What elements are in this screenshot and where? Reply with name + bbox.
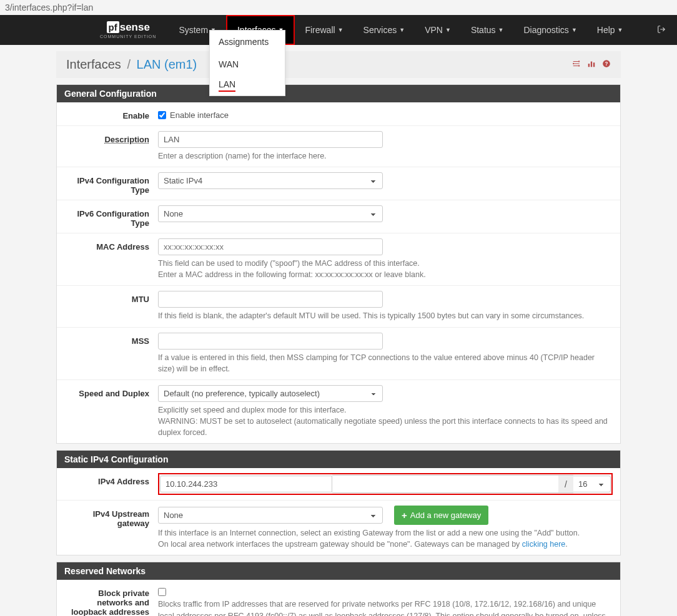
mac-label: MAC Address bbox=[64, 238, 158, 280]
mac-help: This field can be used to modify ("spoof… bbox=[158, 258, 613, 280]
url-bar: 3/interfaces.php?if=lan bbox=[0, 0, 677, 15]
nav-label: Services bbox=[363, 25, 397, 35]
ipv4type-label: IPv4 Configuration Type bbox=[64, 172, 158, 195]
gateway-select[interactable]: None bbox=[158, 507, 383, 524]
breadcrumb-bar: Interfaces / LAN (em1) ? bbox=[56, 51, 621, 78]
add-gateway-label: Add a new gateway bbox=[410, 511, 481, 520]
enable-checkbox-wrap[interactable]: Enable interface bbox=[158, 107, 613, 120]
breadcrumb-current: LAN (em1) bbox=[137, 57, 197, 71]
caret-icon: ▼ bbox=[338, 27, 343, 33]
ipv4type-select[interactable]: Static IPv4 bbox=[158, 172, 383, 189]
ipv4-address-input[interactable] bbox=[160, 476, 332, 492]
brand-pf: pf bbox=[107, 21, 119, 33]
brand-logo[interactable]: pf sense COMMUNITY EDITION bbox=[0, 21, 169, 39]
nav-status[interactable]: Status▼ bbox=[461, 15, 514, 45]
ipv4-highlight: / 16 bbox=[158, 473, 613, 495]
mss-help: If a value is entered in this field, the… bbox=[158, 352, 613, 374]
speed-help: Explicitly set speed and duplex mode for… bbox=[158, 404, 613, 438]
svg-point-0 bbox=[578, 61, 580, 62]
svg-rect-5 bbox=[593, 62, 595, 67]
ipv4-slash: / bbox=[558, 475, 573, 493]
gateway-help: If this interface is an Internet connect… bbox=[158, 527, 613, 550]
ipv6type-select[interactable]: None bbox=[158, 205, 383, 222]
add-gateway-button[interactable]: +Add a new gateway bbox=[394, 506, 488, 525]
settings-icon[interactable] bbox=[572, 59, 581, 70]
nav-services[interactable]: Services▼ bbox=[353, 15, 415, 45]
block-private-label: Block private networks and loopback addr… bbox=[64, 585, 158, 616]
nav-firewall[interactable]: Firewall▼ bbox=[295, 15, 353, 45]
mtu-input[interactable] bbox=[158, 291, 383, 308]
description-input[interactable] bbox=[158, 131, 383, 148]
nav-help[interactable]: Help▼ bbox=[587, 15, 633, 45]
caret-icon: ▼ bbox=[399, 27, 405, 33]
svg-rect-3 bbox=[588, 64, 590, 67]
enable-checkbox[interactable] bbox=[158, 111, 166, 119]
speed-select[interactable]: Default (no preference, typically autose… bbox=[158, 385, 383, 402]
nav-label: Firewall bbox=[305, 25, 335, 35]
block-private-checkbox[interactable] bbox=[158, 588, 166, 596]
ipv4-mask-select[interactable]: 16 bbox=[573, 476, 611, 492]
dropdown-assignments[interactable]: Assignments bbox=[210, 31, 285, 53]
breadcrumb-sep: / bbox=[127, 57, 131, 71]
panel-heading: General Configuration bbox=[57, 85, 620, 102]
breadcrumb: Interfaces / LAN (em1) bbox=[66, 57, 197, 72]
nav-label: Diagnostics bbox=[524, 25, 569, 35]
caret-icon: ▼ bbox=[571, 27, 577, 33]
nav-label: VPN bbox=[425, 25, 443, 35]
svg-point-1 bbox=[573, 63, 574, 64]
caret-icon: ▼ bbox=[445, 27, 451, 33]
interfaces-dropdown: Assignments WAN LAN bbox=[209, 30, 285, 96]
brand-sense: sense bbox=[120, 21, 150, 34]
block-private-help: Blocks traffic from IP addresses that ar… bbox=[158, 599, 613, 616]
nav-label: Status bbox=[471, 25, 496, 35]
ipv4-spacer bbox=[332, 475, 558, 493]
svg-point-2 bbox=[578, 65, 580, 66]
clicking-here-link[interactable]: clicking here bbox=[522, 540, 565, 549]
brand-subtitle: COMMUNITY EDITION bbox=[100, 34, 156, 39]
gateway-label: IPv4 Upstream gateway bbox=[64, 506, 158, 550]
main-navbar: pf sense COMMUNITY EDITION System▼ Inter… bbox=[0, 15, 677, 45]
speed-label: Speed and Duplex bbox=[64, 385, 158, 438]
caret-icon: ▼ bbox=[498, 27, 504, 33]
description-help: Enter a description (name) for the inter… bbox=[158, 150, 613, 162]
mac-input[interactable] bbox=[158, 238, 383, 255]
ipv6type-label: IPv6 Configuration Type bbox=[64, 205, 158, 228]
mss-label: MSS bbox=[64, 333, 158, 374]
dropdown-wan[interactable]: WAN bbox=[210, 53, 285, 76]
mss-input[interactable] bbox=[158, 333, 383, 350]
static-ipv4-panel: Static IPv4 Configuration IPv4 Address /… bbox=[56, 450, 621, 555]
breadcrumb-root[interactable]: Interfaces bbox=[66, 57, 121, 71]
mtu-label: MTU bbox=[64, 291, 158, 321]
svg-text:?: ? bbox=[605, 61, 608, 67]
dropdown-lan[interactable]: LAN bbox=[219, 79, 235, 92]
nav-vpn[interactable]: VPN▼ bbox=[415, 15, 461, 45]
help-icon[interactable]: ? bbox=[602, 59, 611, 70]
plus-icon: + bbox=[402, 510, 407, 521]
reserved-networks-panel: Reserved Networks Block private networks… bbox=[56, 562, 621, 616]
nav-label: Help bbox=[597, 25, 615, 35]
panel-heading: Static IPv4 Configuration bbox=[57, 451, 620, 468]
description-label: Description bbox=[64, 131, 158, 162]
mtu-help: If this field is blank, the adapter's de… bbox=[158, 310, 613, 321]
url-text: 3/interfaces.php?if=lan bbox=[5, 2, 93, 12]
ipv4addr-label: IPv4 Address bbox=[64, 473, 158, 495]
chart-icon[interactable] bbox=[587, 59, 596, 70]
enable-text: Enable interface bbox=[170, 110, 229, 120]
nav-diagnostics[interactable]: Diagnostics▼ bbox=[514, 15, 587, 45]
panel-heading: Reserved Networks bbox=[57, 562, 620, 580]
caret-icon: ▼ bbox=[618, 27, 623, 33]
general-config-panel: General Configuration Enable Enable inte… bbox=[56, 84, 621, 444]
svg-rect-4 bbox=[591, 62, 592, 67]
enable-label: Enable bbox=[64, 107, 158, 120]
logout-icon[interactable] bbox=[657, 24, 677, 37]
nav-label: System bbox=[179, 25, 208, 35]
